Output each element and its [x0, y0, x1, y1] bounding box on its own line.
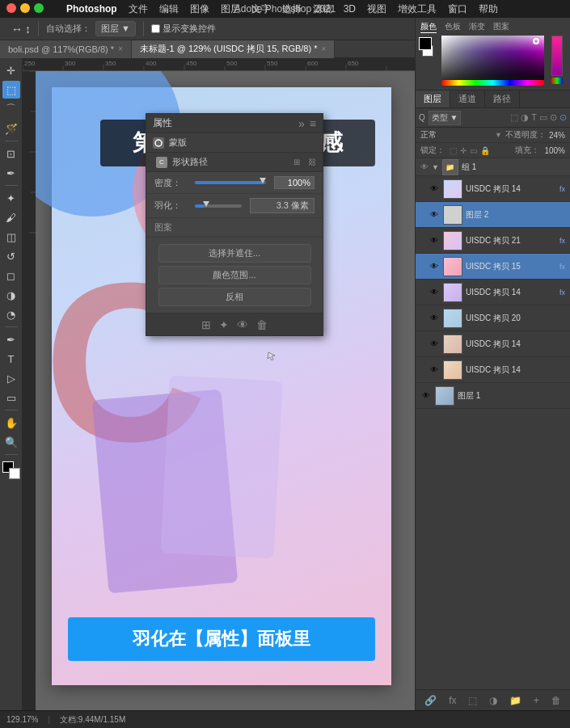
- tab-close-boli[interactable]: ×: [118, 44, 123, 53]
- fill-value[interactable]: 100%: [544, 146, 565, 155]
- layer-dropdown[interactable]: 图层 ▼: [95, 21, 136, 36]
- transform-checkbox[interactable]: [151, 24, 160, 33]
- brush-tool[interactable]: 🖌: [2, 208, 20, 226]
- lock-position-icon[interactable]: ✛: [460, 146, 467, 155]
- filter-shape-icon[interactable]: ▭: [539, 112, 547, 123]
- filter-smart-icon[interactable]: ⊙: [550, 112, 557, 123]
- layer-new-icon[interactable]: +: [534, 695, 539, 706]
- layer-folder-icon[interactable]: 📁: [509, 695, 521, 706]
- color-small-bar[interactable]: [551, 78, 563, 84]
- layer-7-eye[interactable]: 👁: [429, 364, 440, 376]
- color-swatches[interactable]: [2, 461, 20, 479]
- stamp-tool[interactable]: ◫: [2, 228, 20, 246]
- menu-plugins[interactable]: 增效工具: [398, 2, 437, 16]
- lock-artboard-icon[interactable]: ▭: [470, 146, 477, 155]
- group-eye-icon[interactable]: 👁: [420, 162, 429, 171]
- tab-patterns[interactable]: 图案: [493, 21, 509, 33]
- layer-4-fx[interactable]: fx: [559, 288, 565, 297]
- menu-image[interactable]: 图像: [190, 2, 209, 16]
- filter-toggle-icon[interactable]: ⊙: [559, 112, 567, 123]
- invert-button[interactable]: 反相: [158, 288, 311, 306]
- gradient-tool[interactable]: ◑: [2, 286, 20, 304]
- layer-2-eye[interactable]: 👁: [429, 235, 440, 246]
- color-picker-dot[interactable]: [533, 38, 539, 44]
- magic-wand-tool[interactable]: 🪄: [2, 120, 20, 137]
- feather-value[interactable]: 3.3 像素: [250, 198, 315, 213]
- blend-mode-container[interactable]: 正常 ▼: [420, 129, 502, 141]
- filter-type-icon[interactable]: T: [531, 112, 537, 123]
- path-options-icon[interactable]: ⊞: [293, 158, 300, 166]
- move-tool[interactable]: ✛: [2, 61, 20, 79]
- shape-tool[interactable]: ▭: [2, 389, 20, 406]
- menu-layer[interactable]: 图层: [221, 2, 240, 16]
- select-focus-button[interactable]: 选择并遮住...: [158, 244, 311, 263]
- heal-tool[interactable]: ✦: [2, 189, 20, 207]
- color-range-button[interactable]: 颜色范围...: [158, 266, 311, 284]
- layer-item-7[interactable]: 👁 UISDC 拷贝 14: [416, 357, 570, 383]
- zoom-tool[interactable]: 🔍: [2, 433, 20, 451]
- lock-all-icon[interactable]: 🔒: [480, 146, 490, 155]
- color-spectrum-bar[interactable]: [551, 36, 563, 76]
- menu-edit[interactable]: 编辑: [159, 2, 179, 16]
- layer-item-5[interactable]: 👁 UISDC 拷贝 20: [416, 305, 570, 331]
- layer-1-eye[interactable]: 👁: [429, 209, 440, 221]
- tab-gradients[interactable]: 渐变: [469, 21, 485, 33]
- minimize-button[interactable]: [20, 3, 30, 13]
- app-name[interactable]: Photoshop: [66, 3, 117, 15]
- tab-color[interactable]: 颜色: [420, 21, 437, 33]
- history-brush[interactable]: ↺: [2, 247, 20, 265]
- select-tool[interactable]: ⬚: [2, 81, 20, 99]
- layer-0-eye[interactable]: 👁: [429, 183, 440, 195]
- layer-adjust-icon[interactable]: ◑: [489, 695, 497, 706]
- layer-item-3[interactable]: 👁 UISDC 拷贝 15 fx: [416, 254, 570, 280]
- layer-fx-icon[interactable]: fx: [449, 695, 456, 706]
- layer-item-2[interactable]: 👁 UISDC 拷贝 21 fx: [416, 228, 570, 254]
- layer-0-fx[interactable]: fx: [559, 185, 565, 193]
- tab-close-untitled[interactable]: ×: [321, 44, 326, 53]
- group-arrow-icon[interactable]: ▼: [432, 163, 439, 171]
- pen-tool[interactable]: ✒: [2, 330, 20, 348]
- layer-delete-icon[interactable]: 🗑: [551, 695, 561, 706]
- tab-paths[interactable]: 路径: [485, 90, 520, 107]
- layer-3-fx[interactable]: fx: [559, 263, 565, 271]
- layer-item-0[interactable]: 👁 UISDC 拷贝 14 fx: [416, 176, 570, 202]
- density-value[interactable]: 100%: [274, 176, 315, 189]
- menu-filter[interactable]: 滤镜: [313, 2, 332, 16]
- transform-toggle[interactable]: 显示变换控件: [151, 23, 216, 35]
- layer-mask-icon[interactable]: ⬚: [468, 695, 477, 706]
- panel-trash-icon[interactable]: 🗑: [256, 318, 268, 331]
- tab-boli[interactable]: boli.psd @ 117%(RGB/8) * ×: [0, 40, 132, 58]
- filter-adj-icon[interactable]: ◑: [521, 112, 529, 123]
- layer-last-eye[interactable]: 👁: [420, 390, 432, 402]
- tab-layers[interactable]: 图层: [416, 90, 450, 107]
- layer-item-last[interactable]: 👁 图层 1: [416, 383, 570, 409]
- eraser-tool[interactable]: ◻: [2, 267, 20, 284]
- foreground-color[interactable]: [419, 37, 432, 50]
- maximize-button[interactable]: [34, 3, 44, 13]
- layer-6-eye[interactable]: 👁: [429, 339, 440, 350]
- layer-3-eye[interactable]: 👁: [429, 261, 440, 272]
- density-slider[interactable]: [195, 179, 266, 186]
- group-1-header[interactable]: 👁 ▼ 📁 组 1: [416, 158, 570, 176]
- filter-pixel-icon[interactable]: ⬚: [510, 112, 518, 123]
- menu-help[interactable]: 帮助: [479, 2, 498, 16]
- kind-select[interactable]: 类型 ▼: [429, 111, 462, 125]
- text-tool[interactable]: T: [2, 350, 20, 368]
- feather-slider[interactable]: [195, 203, 242, 209]
- menu-window[interactable]: 窗口: [448, 2, 467, 16]
- panel-menu-icon[interactable]: ≡: [310, 117, 316, 130]
- menu-file[interactable]: 文件: [129, 2, 148, 16]
- eyedropper-tool[interactable]: ✒: [2, 164, 20, 182]
- path-select-tool[interactable]: ▷: [2, 369, 20, 387]
- hand-tool[interactable]: ✋: [2, 414, 20, 431]
- close-button[interactable]: [6, 3, 16, 13]
- layer-item-4[interactable]: 👁 UISDC 拷贝 14 fx: [416, 280, 570, 305]
- panel-star-icon[interactable]: ✦: [219, 318, 229, 331]
- color-fg-bg[interactable]: [419, 36, 438, 86]
- path-link-icon[interactable]: ⛓: [308, 158, 316, 166]
- layer-item-6[interactable]: 👁 UISDC 拷贝 14: [416, 331, 570, 357]
- layer-link-icon[interactable]: 🔗: [424, 695, 437, 706]
- menu-3d[interactable]: 3D: [344, 3, 356, 15]
- layer-5-eye[interactable]: 👁: [429, 313, 440, 324]
- tab-untitled[interactable]: 未标题-1 @ 129% (UISDC 拷贝 15, RGB/8) * ×: [132, 40, 335, 58]
